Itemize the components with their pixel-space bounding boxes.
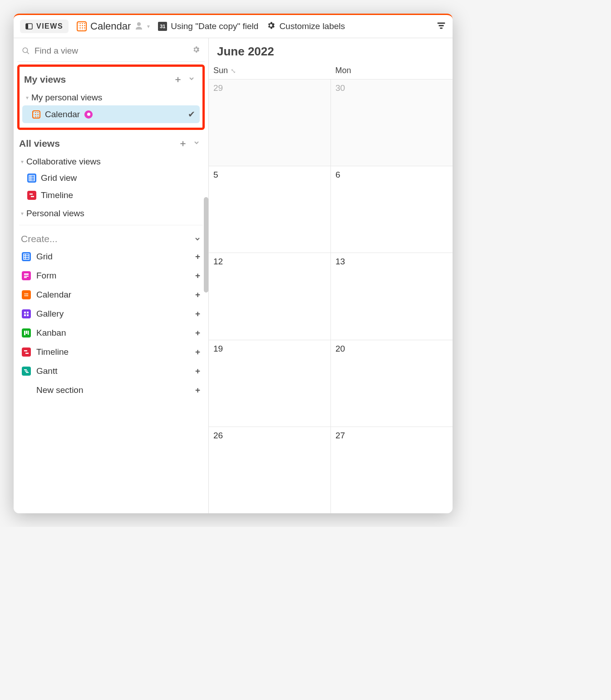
create-section-header[interactable]: Create... (17, 229, 205, 247)
day-header-label: Sun (213, 66, 228, 75)
plus-icon: + (195, 385, 200, 395)
calendar-cell[interactable]: 29 (209, 79, 331, 166)
collaborative-views-group[interactable]: ▾ Collaborative views (17, 152, 205, 169)
svg-rect-8 (29, 175, 34, 181)
calendar-cell[interactable]: 26 (209, 427, 331, 513)
chevron-down-icon: ▾ (147, 23, 150, 30)
view-item-grid[interactable]: Grid view (17, 169, 205, 187)
create-option-label: New section (36, 385, 84, 395)
svg-rect-19 (24, 276, 29, 277)
body: My views ＋ ▾ My personal views Calendar … (14, 38, 453, 513)
current-view-selector[interactable]: Calendar ▾ (77, 20, 150, 32)
svg-point-6 (23, 48, 28, 53)
svg-rect-34 (24, 350, 27, 352)
date-field-selector[interactable]: 31 Using "Date copy" field (158, 21, 258, 31)
add-all-view-button[interactable]: ＋ (176, 137, 190, 149)
svg-rect-33 (28, 331, 29, 335)
day-header-mon: Mon (331, 63, 453, 79)
svg-point-23 (27, 293, 28, 294)
svg-rect-28 (27, 312, 29, 313)
create-kanban[interactable]: Kanban + (17, 323, 205, 343)
calendar-cell[interactable]: 13 (331, 253, 453, 339)
date-icon: 31 (158, 22, 167, 31)
person-icon (134, 21, 143, 32)
create-gantt[interactable]: Gantt + (17, 362, 205, 381)
plus-icon: + (195, 271, 200, 281)
triangle-down-icon: ▾ (26, 94, 29, 101)
timeline-icon (22, 348, 31, 357)
calendar-cell[interactable]: 30 (331, 79, 453, 166)
create-form[interactable]: Form + (17, 266, 205, 285)
create-new-section[interactable]: New section + (17, 381, 205, 400)
views-toggle-button[interactable]: VIEWS (20, 20, 69, 33)
svg-rect-27 (24, 312, 26, 313)
svg-point-26 (27, 295, 28, 296)
create-grid[interactable]: Grid + (17, 247, 205, 266)
view-item-calendar[interactable]: Calendar ✔ (22, 105, 200, 123)
svg-rect-5 (440, 28, 443, 29)
search-input[interactable] (34, 46, 187, 56)
grid-icon (22, 252, 31, 261)
svg-rect-4 (439, 25, 444, 26)
chevron-down-icon (193, 139, 200, 146)
my-views-header[interactable]: My views ＋ (22, 70, 200, 88)
toolbar: VIEWS Calendar ▾ 31 Using "Date copy" fi… (14, 15, 453, 38)
view-item-label: Grid view (41, 173, 77, 183)
customize-labels-button[interactable]: Customize labels (266, 21, 345, 32)
views-toggle-label: VIEWS (36, 22, 63, 30)
calendar-cell[interactable]: 5 (209, 166, 331, 253)
add-my-view-button[interactable]: ＋ (171, 73, 185, 85)
calendar-row: 12 13 (209, 253, 453, 339)
plus-icon: + (195, 366, 200, 376)
filter-button[interactable] (436, 20, 446, 32)
divider (19, 225, 203, 225)
calendar-icon (77, 21, 87, 31)
calendar-cell[interactable]: 12 (209, 253, 331, 339)
collapse-arrows-icon[interactable]: ⤡ (231, 67, 236, 74)
search-row (17, 44, 205, 62)
create-option-label: Kanban (36, 328, 66, 338)
grid-icon (27, 174, 36, 183)
my-personal-views-group[interactable]: ▾ My personal views (22, 88, 200, 105)
current-view-label: Calendar (90, 20, 131, 32)
my-personal-views-label: My personal views (31, 93, 102, 103)
plus-icon: + (195, 290, 200, 300)
my-views-title: My views (24, 74, 66, 85)
personal-views-group[interactable]: ▾ Personal views (17, 204, 205, 221)
create-gallery[interactable]: Gallery + (17, 304, 205, 323)
search-icon (22, 47, 30, 55)
triangle-down-icon: ▾ (21, 159, 24, 165)
svg-rect-32 (26, 331, 27, 334)
scrollbar-thumb[interactable] (204, 197, 208, 293)
all-views-title: All views (19, 138, 60, 149)
svg-rect-29 (24, 314, 26, 316)
customize-labels-text: Customize labels (279, 21, 345, 31)
view-item-timeline[interactable]: Timeline (17, 187, 205, 204)
create-calendar[interactable]: Calendar + (17, 285, 205, 304)
plus-icon: + (195, 328, 200, 338)
date-field-label: Using "Date copy" field (171, 21, 258, 31)
sidebar-settings-button[interactable] (192, 45, 200, 56)
svg-rect-38 (26, 372, 29, 373)
calendar-cell[interactable]: 6 (331, 166, 453, 253)
calendar-pane: June 2022 Sun ⤡ Mon 29 30 5 6 (209, 38, 453, 513)
svg-point-21 (25, 293, 25, 294)
collapse-my-views-button[interactable] (185, 74, 198, 84)
plus-icon: + (195, 252, 200, 262)
kanban-icon (22, 328, 31, 338)
calendar-row: 26 27 (209, 427, 453, 513)
chevron-down-icon (194, 235, 201, 243)
create-option-label: Grid (36, 252, 53, 262)
collapse-all-views-button[interactable] (190, 138, 203, 149)
svg-point-25 (26, 295, 27, 296)
calendar-row: 29 30 (209, 79, 453, 166)
calendar-cell[interactable]: 20 (331, 340, 453, 427)
calendar-row: 5 6 (209, 166, 453, 253)
all-views-header[interactable]: All views ＋ (17, 134, 205, 152)
calendar-cell[interactable]: 27 (331, 427, 453, 513)
personal-views-label: Personal views (26, 209, 84, 218)
calendar-cell[interactable]: 19 (209, 340, 331, 427)
create-timeline[interactable]: Timeline + (17, 343, 205, 362)
chevron-down-icon (188, 75, 195, 82)
form-icon (22, 271, 31, 280)
